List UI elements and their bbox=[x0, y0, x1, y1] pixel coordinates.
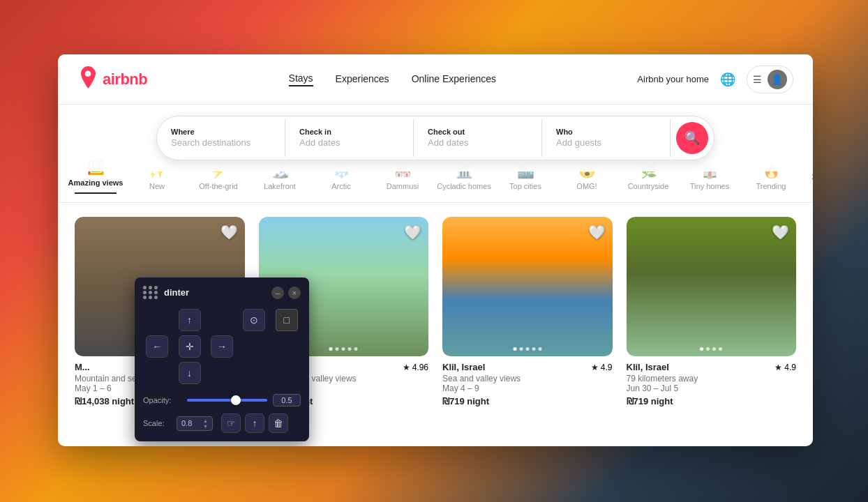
opacity-label: Opacity: bbox=[143, 396, 181, 404]
move-down-btn[interactable]: ↓ bbox=[179, 362, 201, 384]
new-label: New bbox=[149, 182, 165, 190]
browser-window: airbnb Stays Experiences Online Experien… bbox=[58, 54, 813, 446]
opacity-slider-thumb[interactable] bbox=[231, 395, 241, 405]
checkin-label: Check in bbox=[299, 128, 399, 136]
placeholder-7 bbox=[243, 362, 265, 384]
dinter-minimize-btn[interactable]: – bbox=[271, 287, 284, 299]
scale-value: 0.8 bbox=[181, 419, 192, 427]
nav-online-experiences[interactable]: Online Experiences bbox=[412, 73, 496, 86]
who-label: Who bbox=[556, 128, 656, 136]
checkin-field[interactable]: Check in Add dates bbox=[285, 119, 414, 157]
rating-value-2: 4.96 bbox=[412, 363, 428, 372]
move-center-btn[interactable]: ✛ bbox=[179, 335, 201, 358]
card-dates-4: Jun 30 – Jul 5 bbox=[627, 383, 797, 393]
scale-label: Scale: bbox=[143, 419, 171, 427]
checkin-value: Add dates bbox=[299, 137, 341, 148]
where-value: Search destinations bbox=[171, 137, 250, 148]
scale-arrows: ▲ ▼ bbox=[203, 418, 208, 429]
dammusi-label: Dammusi bbox=[387, 182, 419, 190]
placeholder-6 bbox=[211, 362, 233, 384]
card-dates-3: May 4 – 9 bbox=[442, 383, 613, 393]
scale-down-arrow[interactable]: ▼ bbox=[203, 424, 208, 429]
center-btn[interactable]: ⊙ bbox=[243, 309, 265, 331]
dinter-title: dinter bbox=[164, 287, 189, 298]
square-btn[interactable]: □ bbox=[276, 309, 298, 331]
star-icon-4: ★ bbox=[775, 363, 782, 372]
card-description-3: Sea and valley views bbox=[442, 374, 613, 383]
airbnb-home-button[interactable]: Airbnb your home bbox=[637, 74, 709, 84]
wishlist-button-3[interactable]: 🤍 bbox=[588, 224, 606, 241]
dinter-arrow-grid: ↑ ⊙ □ ← ✛ → ↓ bbox=[143, 309, 301, 384]
listing-card-4[interactable]: 🤍 Klil, Israel ★ 4.9 79 kilometers away … bbox=[627, 217, 797, 412]
card-location-1: M... bbox=[75, 362, 90, 372]
wishlist-button-2[interactable]: 🤍 bbox=[404, 224, 421, 241]
where-field[interactable]: Where Search destinations bbox=[157, 119, 285, 157]
dinter-panel: dinter – × ↑ ⊙ □ ← ✛ → ↓ bbox=[135, 277, 309, 441]
trending-label: Trending bbox=[756, 182, 786, 190]
rating-value-4: 4.9 bbox=[784, 363, 796, 372]
scale-up-arrow[interactable]: ▲ bbox=[203, 418, 208, 423]
who-field[interactable]: Who Add guests bbox=[542, 119, 671, 157]
globe-icon[interactable]: 🌐 bbox=[720, 72, 735, 87]
cursor-action-btn[interactable]: ☞ bbox=[221, 413, 241, 433]
card-rating-4: ★ 4.9 bbox=[775, 363, 796, 372]
search-bar-expanded: Where Search destinations Check in Add d… bbox=[58, 105, 813, 172]
wishlist-button-4[interactable]: 🤍 bbox=[772, 224, 789, 241]
star-icon-3: ★ bbox=[591, 363, 599, 372]
placeholder-1 bbox=[146, 309, 168, 331]
nav-experiences[interactable]: Experiences bbox=[336, 73, 389, 86]
header: airbnb Stays Experiences Online Experien… bbox=[58, 54, 813, 105]
placeholder-4 bbox=[276, 335, 298, 358]
dinter-action-buttons: ☞ ↑ 🗑 bbox=[221, 413, 288, 433]
card-location-4: Klil, Israel bbox=[627, 362, 669, 372]
card-rating-2: ★ 4.96 bbox=[403, 363, 428, 372]
listing-card-3[interactable]: 🤍 Klil, Israel ★ 4.9 Sea and valley view… bbox=[442, 217, 613, 412]
checkout-label: Check out bbox=[428, 128, 527, 136]
nav-right: Airbnb your home 🌐 ☰ 👤 bbox=[637, 66, 793, 93]
dinter-close-btn[interactable]: × bbox=[288, 287, 301, 299]
dinter-drag-handle[interactable] bbox=[143, 286, 158, 299]
card-price-4: ₪719 night bbox=[627, 396, 797, 406]
scale-input[interactable]: 0.8 ▲ ▼ bbox=[177, 416, 213, 431]
who-value: Add guests bbox=[556, 137, 601, 148]
logo-area[interactable]: airbnb bbox=[77, 66, 147, 92]
airbnb-logo-icon bbox=[77, 66, 98, 92]
upload-action-btn[interactable]: ↑ bbox=[245, 413, 264, 433]
amazing-views-label: Amazing views bbox=[68, 178, 124, 187]
top-cities-label: Top cities bbox=[509, 182, 541, 190]
card-price-3: ₪719 night bbox=[442, 396, 613, 406]
placeholder-2 bbox=[211, 309, 233, 331]
opacity-value[interactable]: 0.5 bbox=[273, 394, 301, 406]
nav-center: Stays Experiences Online Experiences bbox=[289, 73, 496, 86]
move-left-btn[interactable]: ← bbox=[146, 335, 168, 358]
dinter-title-area: dinter bbox=[143, 286, 189, 299]
checkout-value: Add dates bbox=[428, 137, 469, 148]
star-icon: ★ bbox=[403, 363, 410, 372]
card-image-4: 🤍 bbox=[627, 217, 797, 356]
search-button[interactable]: 🔍 bbox=[676, 122, 708, 154]
hamburger-icon: ☰ bbox=[753, 74, 762, 85]
arctic-label: Arctic bbox=[331, 182, 351, 190]
omg-label: OMG! bbox=[576, 182, 597, 190]
where-label: Where bbox=[171, 128, 271, 136]
checkout-field[interactable]: Check out Add dates bbox=[414, 119, 542, 157]
move-up-btn[interactable]: ↑ bbox=[179, 309, 201, 331]
placeholder-5 bbox=[146, 362, 168, 384]
delete-action-btn[interactable]: 🗑 bbox=[269, 413, 288, 433]
off-the-grid-label: Off-the-grid bbox=[199, 182, 237, 190]
category-arrow[interactable]: › bbox=[811, 170, 813, 183]
dinter-header: dinter – × bbox=[143, 286, 301, 299]
card-info-3: Klil, Israel ★ 4.9 Sea and valley views … bbox=[442, 356, 613, 412]
move-right-btn[interactable]: → bbox=[211, 335, 233, 358]
nav-stays[interactable]: Stays bbox=[289, 73, 313, 86]
user-menu[interactable]: ☰ 👤 bbox=[747, 66, 793, 93]
scale-control-row: Scale: 0.8 ▲ ▼ ☞ ↑ 🗑 bbox=[143, 413, 301, 433]
card-rating-3: ★ 4.9 bbox=[591, 363, 613, 372]
user-avatar: 👤 bbox=[768, 70, 787, 89]
big-search-container: Where Search destinations Check in Add d… bbox=[156, 116, 714, 160]
opacity-control-row: Opacity: 0.5 bbox=[143, 394, 301, 406]
card-description-4: 79 kilometers away bbox=[627, 374, 797, 383]
logo-text: airbnb bbox=[103, 70, 147, 89]
wishlist-button-1[interactable]: 🤍 bbox=[220, 224, 238, 241]
cycladic-label: Cycladic homes bbox=[437, 182, 491, 190]
